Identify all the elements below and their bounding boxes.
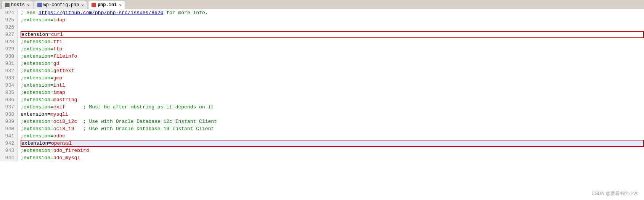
code-line[interactable]: ;extension=intl — [21, 82, 644, 89]
watermark: CSDN @爱看书的小沐 — [591, 190, 638, 197]
line-number: 926 — [0, 24, 17, 31]
code-line[interactable]: ;extension=odbc — [21, 132, 644, 140]
code-line[interactable]: ;extension=exif ; Must be after mbstring… — [21, 103, 644, 111]
php-ini-icon — [92, 3, 96, 7]
line-number: 944 — [0, 154, 17, 161]
line-number: 940 — [0, 125, 17, 132]
line-number: 924 — [0, 9, 17, 16]
code-line[interactable]: extension=curl — [21, 31, 644, 38]
line-number: 928 — [0, 38, 17, 45]
code-line[interactable]: ;extension=ffi — [21, 38, 644, 45]
code-line[interactable]: ;extension=ldap — [21, 16, 644, 24]
line-number: 933 — [0, 74, 17, 82]
wp-config-icon — [37, 3, 42, 7]
line-number: 942 — [0, 140, 17, 147]
code-line[interactable]: ;extension=gd — [21, 60, 644, 67]
code-line[interactable] — [21, 24, 644, 31]
line-number: 927 — [0, 31, 17, 38]
code-line[interactable]: ;extension=gmp — [21, 74, 644, 82]
code-line[interactable]: ;extension=ftp — [21, 45, 644, 53]
line-number: 925 — [0, 16, 17, 24]
line-number: 929 — [0, 45, 17, 53]
code-line[interactable]: ;extension=pdo_mysql — [21, 154, 644, 161]
line-number: 936 — [0, 96, 17, 103]
code-line[interactable]: extension=mysqli — [21, 111, 644, 118]
tab-hosts[interactable]: hosts ✕ — [2, 1, 33, 9]
line-number: 931 — [0, 60, 17, 67]
tab-wp-config-close[interactable]: ✕ — [81, 3, 84, 8]
line-number: 932 — [0, 67, 17, 74]
code-line[interactable]: ;extension=imap — [21, 89, 644, 96]
line-numbers: 9249259269279289299309319329339349359369… — [0, 9, 18, 161]
tab-hosts-close[interactable]: ✕ — [27, 3, 30, 8]
line-number: 943 — [0, 147, 17, 154]
code-lines[interactable]: ; See https://github.com/php/php-src/iss… — [18, 9, 644, 161]
line-number: 934 — [0, 82, 17, 89]
code-line[interactable]: ;extension=oci8_19 ; Use with Oracle Dat… — [21, 125, 644, 132]
code-line[interactable]: extension=openssl — [21, 140, 644, 147]
code-container: 9249259269279289299309319329339349359369… — [0, 9, 644, 161]
line-number: 935 — [0, 89, 17, 96]
tab-bar: hosts ✕ wp-config.php ✕ php.ini ✕ — [0, 0, 644, 9]
tab-hosts-label: hosts — [11, 2, 25, 8]
line-number: 938 — [0, 111, 17, 118]
line-number: 941 — [0, 132, 17, 140]
line-number: 939 — [0, 118, 17, 125]
github-link[interactable]: https://github.com/php/php-src/issues/86… — [39, 9, 164, 16]
tab-wp-config[interactable]: wp-config.php ✕ — [34, 1, 87, 9]
line-number: 937 — [0, 103, 17, 111]
editor-area: 9249259269279289299309319329339349359369… — [0, 9, 644, 200]
code-line[interactable]: ;extension=fileinfo — [21, 53, 644, 60]
code-line[interactable]: ;extension=mbstring — [21, 96, 644, 103]
tab-php-ini-label: php.ini — [98, 2, 117, 8]
line-number: 930 — [0, 53, 17, 60]
code-line[interactable]: ;extension=oci8_12c ; Use with Oracle Da… — [21, 118, 644, 125]
tab-php-ini[interactable]: php.ini ✕ — [88, 1, 125, 9]
code-line[interactable]: ;extension=gettext — [21, 67, 644, 74]
hosts-icon — [5, 3, 10, 7]
tab-wp-config-label: wp-config.php — [43, 2, 79, 8]
code-line[interactable]: ;extension=pdo_firebird — [21, 147, 644, 154]
code-line[interactable]: ; See https://github.com/php/php-src/iss… — [21, 9, 644, 16]
tab-php-ini-close[interactable]: ✕ — [119, 3, 122, 8]
